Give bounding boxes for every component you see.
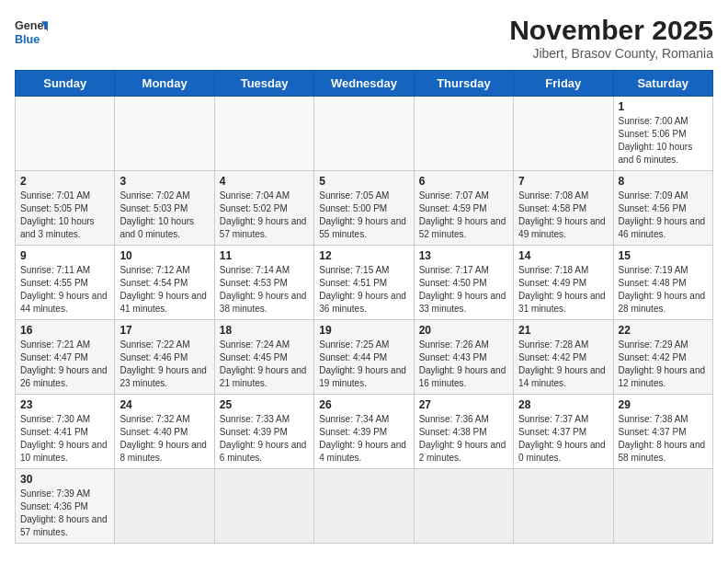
calendar-cell: 30Sunrise: 7:39 AMSunset: 4:36 PMDayligh… [16,469,115,544]
weekday-saturday: Saturday [613,71,712,97]
day-number: 5 [319,175,408,188]
calendar-cell [514,97,613,171]
calendar-cell: 3Sunrise: 7:02 AMSunset: 5:03 PMDaylight… [115,171,214,246]
day-info: Sunrise: 7:04 AMSunset: 5:02 PMDaylight:… [220,190,309,241]
calendar-cell: 14Sunrise: 7:18 AMSunset: 4:49 PMDayligh… [514,246,613,320]
day-info: Sunrise: 7:07 AMSunset: 4:59 PMDaylight:… [419,190,508,241]
calendar-cell [115,469,214,544]
day-info: Sunrise: 7:00 AMSunset: 5:06 PMDaylight:… [619,115,708,167]
day-number: 27 [419,398,508,411]
day-number: 24 [119,398,209,411]
day-info: Sunrise: 7:14 AMSunset: 4:53 PMDaylight:… [220,264,309,316]
calendar-cell: 2Sunrise: 7:01 AMSunset: 5:05 PMDaylight… [16,171,115,246]
day-number: 13 [419,249,508,262]
month-title: November 2025 [509,15,713,46]
day-number: 26 [319,398,408,411]
calendar-cell [314,469,414,544]
weekday-wednesday: Wednesday [314,71,414,97]
title-block: November 2025 Jibert, Brasov County, Rom… [509,15,713,61]
day-info: Sunrise: 7:39 AMSunset: 4:36 PMDaylight:… [20,488,109,539]
day-info: Sunrise: 7:36 AMSunset: 4:38 PMDaylight:… [419,413,508,465]
calendar-cell [16,97,115,171]
week-row-4: 23Sunrise: 7:30 AMSunset: 4:41 PMDayligh… [16,395,713,469]
weekday-sunday: Sunday [16,71,115,97]
calendar-cell: 12Sunrise: 7:15 AMSunset: 4:51 PMDayligh… [314,246,414,320]
calendar-cell: 15Sunrise: 7:19 AMSunset: 4:48 PMDayligh… [613,246,712,320]
weekday-header-row: SundayMondayTuesdayWednesdayThursdayFrid… [16,71,713,97]
day-number: 25 [220,398,309,411]
day-info: Sunrise: 7:05 AMSunset: 5:00 PMDaylight:… [319,190,408,241]
calendar-cell: 10Sunrise: 7:12 AMSunset: 4:54 PMDayligh… [115,246,214,320]
calendar-cell [214,97,313,171]
day-number: 20 [419,324,508,337]
calendar-cell [613,469,712,544]
day-info: Sunrise: 7:02 AMSunset: 5:03 PMDaylight:… [119,190,209,241]
day-info: Sunrise: 7:19 AMSunset: 4:48 PMDaylight:… [619,264,708,316]
week-row-3: 16Sunrise: 7:21 AMSunset: 4:47 PMDayligh… [16,320,713,395]
calendar-cell [414,469,513,544]
calendar-cell [115,97,214,171]
day-info: Sunrise: 7:28 AMSunset: 4:42 PMDaylight:… [518,339,608,390]
calendar-cell [214,469,313,544]
calendar-cell: 13Sunrise: 7:17 AMSunset: 4:50 PMDayligh… [414,246,513,320]
day-info: Sunrise: 7:38 AMSunset: 4:37 PMDaylight:… [619,413,708,465]
day-number: 8 [619,175,708,188]
calendar-cell: 28Sunrise: 7:37 AMSunset: 4:37 PMDayligh… [514,395,613,469]
day-info: Sunrise: 7:32 AMSunset: 4:40 PMDaylight:… [119,413,209,465]
calendar-cell: 24Sunrise: 7:32 AMSunset: 4:40 PMDayligh… [115,395,214,469]
calendar-cell: 4Sunrise: 7:04 AMSunset: 5:02 PMDaylight… [214,171,313,246]
day-info: Sunrise: 7:24 AMSunset: 4:45 PMDaylight:… [220,339,309,390]
day-number: 15 [619,249,708,262]
logo-svg: General Blue [15,15,48,48]
calendar-cell [414,97,513,171]
day-number: 6 [419,175,508,188]
calendar-cell: 5Sunrise: 7:05 AMSunset: 5:00 PMDaylight… [314,171,414,246]
day-info: Sunrise: 7:21 AMSunset: 4:47 PMDaylight:… [20,339,109,390]
day-number: 7 [518,175,608,188]
day-info: Sunrise: 7:34 AMSunset: 4:39 PMDaylight:… [319,413,408,465]
day-number: 12 [319,249,408,262]
calendar-cell: 7Sunrise: 7:08 AMSunset: 4:58 PMDaylight… [514,171,613,246]
day-info: Sunrise: 7:25 AMSunset: 4:44 PMDaylight:… [319,339,408,390]
day-number: 11 [220,249,309,262]
week-row-5: 30Sunrise: 7:39 AMSunset: 4:36 PMDayligh… [16,469,713,544]
day-info: Sunrise: 7:09 AMSunset: 4:56 PMDaylight:… [619,190,708,241]
day-info: Sunrise: 7:15 AMSunset: 4:51 PMDaylight:… [319,264,408,316]
week-row-1: 2Sunrise: 7:01 AMSunset: 5:05 PMDaylight… [16,171,713,246]
day-number: 29 [619,398,708,411]
day-number: 14 [518,249,608,262]
calendar-cell: 23Sunrise: 7:30 AMSunset: 4:41 PMDayligh… [16,395,115,469]
day-number: 30 [20,473,109,486]
calendar-cell: 26Sunrise: 7:34 AMSunset: 4:39 PMDayligh… [314,395,414,469]
week-row-0: 1Sunrise: 7:00 AMSunset: 5:06 PMDaylight… [16,97,713,171]
day-info: Sunrise: 7:30 AMSunset: 4:41 PMDaylight:… [20,413,109,465]
week-row-2: 9Sunrise: 7:11 AMSunset: 4:55 PMDaylight… [16,246,713,320]
calendar-cell: 9Sunrise: 7:11 AMSunset: 4:55 PMDaylight… [16,246,115,320]
day-number: 9 [20,249,109,262]
day-number: 22 [619,324,708,337]
day-number: 1 [619,100,708,113]
day-number: 28 [518,398,608,411]
day-info: Sunrise: 7:33 AMSunset: 4:39 PMDaylight:… [220,413,309,465]
page-header: General Blue November 2025 Jibert, Braso… [15,15,713,61]
day-number: 19 [319,324,408,337]
day-number: 17 [119,324,209,337]
day-info: Sunrise: 7:29 AMSunset: 4:42 PMDaylight:… [619,339,708,390]
day-info: Sunrise: 7:26 AMSunset: 4:43 PMDaylight:… [419,339,508,390]
day-info: Sunrise: 7:22 AMSunset: 4:46 PMDaylight:… [119,339,209,390]
day-info: Sunrise: 7:18 AMSunset: 4:49 PMDaylight:… [518,264,608,316]
calendar-cell: 25Sunrise: 7:33 AMSunset: 4:39 PMDayligh… [214,395,313,469]
calendar-cell: 17Sunrise: 7:22 AMSunset: 4:46 PMDayligh… [115,320,214,395]
weekday-thursday: Thursday [414,71,513,97]
calendar-cell: 6Sunrise: 7:07 AMSunset: 4:59 PMDaylight… [414,171,513,246]
calendar-cell: 8Sunrise: 7:09 AMSunset: 4:56 PMDaylight… [613,171,712,246]
svg-text:Blue: Blue [15,33,40,46]
day-info: Sunrise: 7:12 AMSunset: 4:54 PMDaylight:… [119,264,209,316]
day-info: Sunrise: 7:11 AMSunset: 4:55 PMDaylight:… [20,264,109,316]
logo: General Blue [15,15,48,48]
weekday-friday: Friday [514,71,613,97]
day-info: Sunrise: 7:17 AMSunset: 4:50 PMDaylight:… [419,264,508,316]
day-info: Sunrise: 7:01 AMSunset: 5:05 PMDaylight:… [20,190,109,241]
calendar-cell: 29Sunrise: 7:38 AMSunset: 4:37 PMDayligh… [613,395,712,469]
day-number: 18 [220,324,309,337]
